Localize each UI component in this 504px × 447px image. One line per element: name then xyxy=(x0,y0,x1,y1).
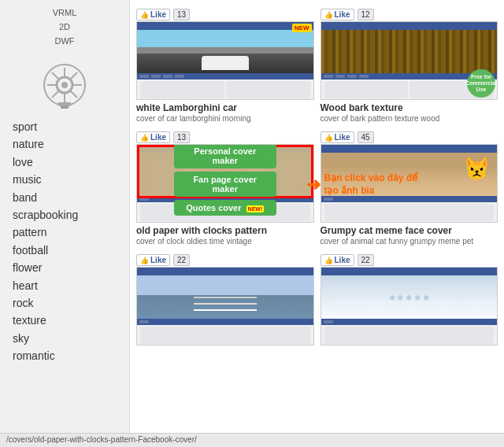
svg-rect-11 xyxy=(58,102,71,106)
fb-nav xyxy=(321,319,498,325)
like-bar-oldpaper: 👍 Like 13 xyxy=(136,131,314,143)
editor-modal: Choose editor: Personal cover maker Fan … xyxy=(137,145,313,198)
sidebar-icon-list: VRML 2D DWF xyxy=(53,6,77,47)
card-lamborghini: 👍 Like 13 NEW xyxy=(136,6,314,123)
thumb-icon: 👍 xyxy=(324,11,333,19)
like-count-bridge: 22 xyxy=(173,254,190,266)
nav-dot xyxy=(347,75,357,78)
fb-preview-snow xyxy=(321,267,498,345)
tag-rock[interactable]: rock xyxy=(13,294,33,312)
like-label: Like xyxy=(150,133,166,142)
like-btn-oldpaper[interactable]: 👍 Like xyxy=(136,131,170,143)
dwf-icon[interactable]: DWF xyxy=(54,35,74,47)
like-count-grumpycat: 45 xyxy=(358,131,374,143)
fb-info-col xyxy=(324,81,409,98)
fb-preview-oldpaper: Choose editor: Personal cover maker Fan … xyxy=(136,144,314,223)
arrow-icon: ➜ xyxy=(306,175,321,195)
like-btn-lamborghini[interactable]: 👍 Like xyxy=(136,9,170,20)
thumb-icon: 👍 xyxy=(140,11,149,19)
thumb-icon: 👍 xyxy=(324,134,333,142)
sidebar: VRML 2D DWF sport xyxy=(0,0,130,433)
card-oldpaper: 👍 Like 13 Choose edito xyxy=(136,129,314,246)
nav-dot xyxy=(151,75,161,78)
tag-flower[interactable]: flower xyxy=(13,259,42,276)
tag-romantic[interactable]: romantic xyxy=(13,347,55,364)
tag-sport[interactable]: sport xyxy=(13,118,37,135)
main-content: 👍 Like 13 NEW xyxy=(130,0,504,433)
card-title-oldpaper: old paper with clocks pattern xyxy=(136,225,314,236)
personal-cover-btn[interactable]: Personal cover maker xyxy=(174,144,276,168)
cover-lamborghini-img xyxy=(137,30,313,73)
fb-info-col xyxy=(324,327,495,344)
vrml-icon[interactable]: VRML xyxy=(53,6,77,19)
like-bar-snow: 👍 Like 22 xyxy=(321,254,498,266)
fb-top-bar xyxy=(137,22,313,30)
card-bridge: 👍 Like 22 xyxy=(136,252,314,345)
arrow-text: Bạn click vào đây để tạo ảnh bìa xyxy=(324,172,428,197)
like-count-bark: 12 xyxy=(358,9,374,20)
tag-texture[interactable]: texture xyxy=(13,312,46,329)
thumb-icon: 👍 xyxy=(324,257,333,264)
free-commercial-badge: Free for Commercial Use xyxy=(467,69,495,98)
fb-preview-lamborghini: NEW xyxy=(136,21,314,100)
cover-bark-img xyxy=(321,30,498,73)
fb-nav xyxy=(321,196,498,202)
tag-sky[interactable]: sky xyxy=(13,330,29,347)
fb-top-bar xyxy=(321,145,498,153)
like-label: Like xyxy=(150,256,166,264)
fb-info-col xyxy=(226,81,310,98)
nav-dot xyxy=(175,75,184,78)
fb-info-bar xyxy=(321,325,498,345)
thumb-icon: 👍 xyxy=(140,257,149,264)
tag-pattern[interactable]: pattern xyxy=(13,224,47,241)
fb-info-bar xyxy=(321,202,498,223)
nav-dot xyxy=(335,75,345,78)
new-cover-badge: NEW xyxy=(292,24,312,32)
like-btn-bridge[interactable]: 👍 Like xyxy=(136,254,170,266)
svg-rect-12 xyxy=(61,106,69,109)
tag-nature[interactable]: nature xyxy=(13,135,44,153)
card-subtitle-grumpycat: cover of animal cat funny grumpy meme pe… xyxy=(321,237,498,246)
fb-top-bar xyxy=(321,22,498,30)
svg-line-7 xyxy=(52,72,59,79)
card-subtitle-lamborghini: cover of car lamborghini morning xyxy=(136,114,314,123)
like-btn-snow[interactable]: 👍 Like xyxy=(321,254,354,266)
cover-snow-img xyxy=(321,275,498,319)
card-bark: 👍 Like 12 xyxy=(321,6,498,123)
tag-love[interactable]: love xyxy=(13,153,33,171)
status-bar: /covers/old-paper-with-clocks-pattern-Fa… xyxy=(0,433,504,447)
card-snow: 👍 Like 22 xyxy=(321,252,498,345)
arrow-overlay: ➜ Bạn click vào đây để tạo ảnh bìa xyxy=(306,172,428,197)
tag-heart[interactable]: heart xyxy=(13,277,38,294)
quotes-cover-btn[interactable]: Quotes cover NEW! xyxy=(174,200,276,216)
like-label: Like xyxy=(150,10,166,19)
like-count-lamborghini: 13 xyxy=(173,9,190,20)
nav-dot xyxy=(324,75,333,78)
like-bar-bridge: 👍 Like 22 xyxy=(136,254,314,266)
like-btn-bark[interactable]: 👍 Like xyxy=(321,9,354,20)
tag-band[interactable]: band xyxy=(13,189,37,206)
tag-scrapbooking[interactable]: scrapbooking xyxy=(13,206,78,224)
fb-preview-bark: Free for Commercial Use xyxy=(321,21,498,100)
tag-football[interactable]: football xyxy=(13,242,48,259)
fanpage-cover-btn[interactable]: Fan page cover maker xyxy=(174,172,276,197)
cover-bridge-img xyxy=(137,275,313,319)
quotes-label: Quotes cover xyxy=(186,203,241,212)
fb-info-col xyxy=(140,81,224,98)
svg-line-8 xyxy=(70,91,77,98)
like-bar-lamborghini: 👍 Like 13 xyxy=(136,9,314,20)
svg-line-10 xyxy=(52,91,59,98)
new-badge: NEW! xyxy=(246,205,265,212)
fb-nav xyxy=(137,73,313,79)
nav-dot xyxy=(163,75,172,78)
2d-icon[interactable]: 2D xyxy=(59,20,70,33)
like-btn-grumpycat[interactable]: 👍 Like xyxy=(321,131,354,143)
nav-dot xyxy=(324,198,333,201)
fb-info-bar xyxy=(137,79,313,100)
like-label: Like xyxy=(335,256,350,264)
like-count-snow: 22 xyxy=(358,254,374,266)
fb-info-col xyxy=(324,204,495,221)
like-label: Like xyxy=(335,133,350,142)
fb-nav xyxy=(137,319,313,325)
tag-music[interactable]: music xyxy=(13,171,42,188)
